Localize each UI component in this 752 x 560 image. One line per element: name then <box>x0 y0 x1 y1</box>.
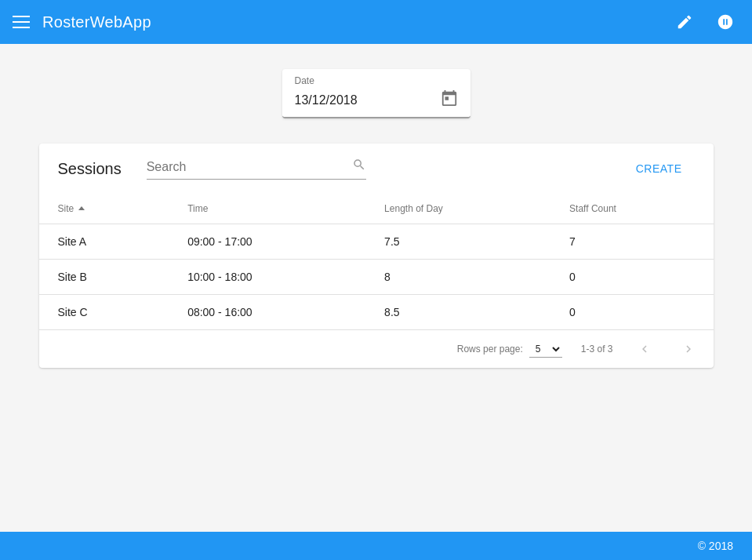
cell-length_of_day-2: 8.5 <box>365 295 550 330</box>
date-picker[interactable]: Date 13/12/2018 <box>282 69 470 118</box>
table-header-row: Site Time Length of Day Staff Count <box>39 194 714 224</box>
cell-staff_count-1: 0 <box>550 260 713 295</box>
page-info: 1-3 of 3 <box>581 344 613 355</box>
cell-site-0: Site A <box>39 224 169 260</box>
table-row[interactable]: Site A09:00 - 17:007.57 <box>39 224 714 260</box>
cell-site-1: Site B <box>39 260 169 295</box>
cell-length_of_day-0: 7.5 <box>365 224 550 260</box>
col-time: Time <box>169 194 365 224</box>
date-row: 13/12/2018 <box>295 89 458 111</box>
copyright: © 2018 <box>698 540 733 552</box>
table-row[interactable]: Site C08:00 - 16:008.50 <box>39 295 714 330</box>
col-site[interactable]: Site <box>39 194 169 224</box>
cell-staff_count-2: 0 <box>550 295 713 330</box>
col-staff-count: Staff Count <box>550 194 713 224</box>
card-header: Sessions CREATE <box>39 144 714 194</box>
date-value: 13/12/2018 <box>295 93 358 107</box>
search-area <box>147 158 366 180</box>
rows-per-page-label: Rows per page: <box>457 344 523 355</box>
next-page-button[interactable] <box>676 336 701 362</box>
main-content: Date 13/12/2018 Sessions CREATE <box>0 44 752 532</box>
cell-time-1: 10:00 - 18:00 <box>169 260 365 295</box>
sessions-title: Sessions <box>58 160 122 178</box>
cell-time-0: 09:00 - 17:00 <box>169 224 365 260</box>
cell-site-2: Site C <box>39 295 169 330</box>
table-body: Site A09:00 - 17:007.57Site B10:00 - 18:… <box>39 224 714 330</box>
col-length-of-day: Length of Day <box>365 194 550 224</box>
date-label: Date <box>295 75 458 86</box>
rows-per-page-select[interactable]: 5 10 25 <box>529 341 562 358</box>
search-icon <box>352 158 366 176</box>
menu-icon[interactable] <box>13 16 30 28</box>
cell-staff_count-0: 7 <box>550 224 713 260</box>
cell-length_of_day-1: 8 <box>365 260 550 295</box>
app-title: RosterWebApp <box>42 13 670 31</box>
calendar-icon[interactable] <box>441 89 458 111</box>
table-row[interactable]: Site B10:00 - 18:0080 <box>39 260 714 295</box>
top-nav: RosterWebApp <box>0 0 752 44</box>
footer: © 2018 <box>0 532 752 560</box>
cell-time-2: 08:00 - 16:00 <box>169 295 365 330</box>
pagination-row: Rows per page: 5 10 25 1-3 of 3 <box>39 329 714 368</box>
rows-per-page: Rows per page: 5 10 25 <box>457 341 562 358</box>
profile-icon[interactable] <box>711 8 739 36</box>
search-input[interactable] <box>147 160 346 174</box>
sort-arrow-site <box>78 206 85 210</box>
edit-icon[interactable] <box>670 8 699 36</box>
create-button[interactable]: CREATE <box>623 156 695 181</box>
sessions-card: Sessions CREATE Site <box>39 144 714 368</box>
nav-actions <box>670 8 739 36</box>
prev-page-button[interactable] <box>632 336 657 362</box>
sessions-table: Site Time Length of Day Staff Count <box>39 194 714 329</box>
